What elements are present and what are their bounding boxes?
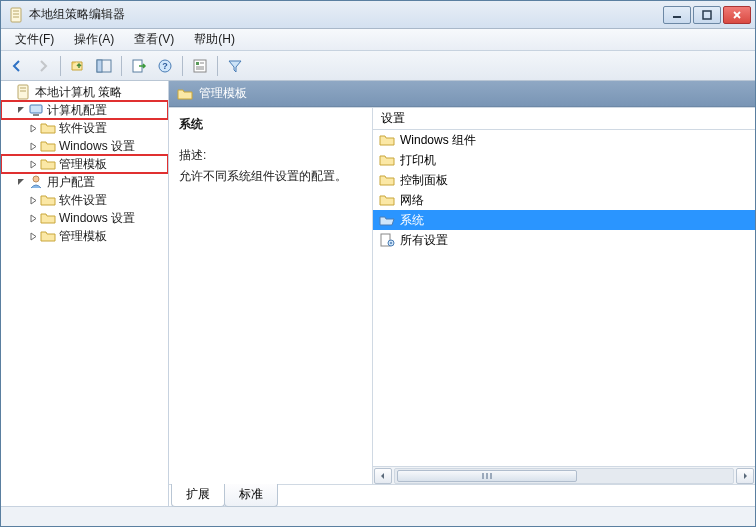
tree-user-config[interactable]: 用户配置 [1,173,168,191]
right-header: 管理模板 [169,81,755,107]
svg-rect-18 [18,85,28,99]
forward-button [31,54,55,78]
folder-icon [177,86,193,102]
svg-text:?: ? [162,61,168,71]
list-item[interactable]: 控制面板 [373,170,755,190]
description-text: 允许不同系统组件设置的配置。 [179,168,362,185]
expand-toggle[interactable] [27,140,39,152]
svg-rect-14 [196,62,199,65]
detail-left: 系统 描述: 允许不同系统组件设置的配置。 [169,108,373,484]
expand-toggle[interactable] [27,230,39,242]
scroll-left-button[interactable] [374,468,392,484]
back-button[interactable] [5,54,29,78]
folder-icon [40,210,56,226]
folder-icon [379,132,395,148]
list-item[interactable]: 系统 [373,210,755,230]
close-button[interactable] [723,6,751,24]
collapse-toggle[interactable] [15,104,27,116]
collapse-toggle[interactable] [15,176,27,188]
list-item-label: 打印机 [400,152,436,169]
folder-icon [40,156,56,172]
tree-user-software[interactable]: 软件设置 [1,191,168,209]
tree-label: 软件设置 [59,120,107,137]
app-icon [9,7,25,23]
policy-icon [16,84,32,100]
list-item-label: 网络 [400,192,424,209]
list-item-label: 系统 [400,212,424,229]
svg-rect-0 [11,8,21,22]
settings-icon [379,232,395,248]
folder-icon [40,138,56,154]
tree-label: 用户配置 [47,174,95,191]
horizontal-scrollbar[interactable] [373,466,755,484]
toolbar: ? [1,51,755,81]
main-area: 本地计算机 策略 计算机配置 软件设置 Windows 设置 [1,81,755,506]
export-list-button[interactable] [127,54,151,78]
titlebar: 本地组策略编辑器 [1,1,755,29]
scroll-thumb[interactable] [397,470,577,482]
tree-comp-windows[interactable]: Windows 设置 [1,137,168,155]
tree-label: 管理模板 [59,228,107,245]
computer-icon [28,102,44,118]
tree-user-windows[interactable]: Windows 设置 [1,209,168,227]
svg-rect-9 [97,60,102,72]
tree-pane[interactable]: 本地计算机 策略 计算机配置 软件设置 Windows 设置 [1,81,169,506]
statusbar [1,506,755,526]
menu-help[interactable]: 帮助(H) [184,29,245,50]
detail-right: 设置 Windows 组件 打印机 控制面板 [373,108,755,484]
list-item[interactable]: 所有设置 [373,230,755,250]
menu-action[interactable]: 操作(A) [64,29,124,50]
properties-button[interactable] [188,54,212,78]
svg-point-26 [390,242,392,244]
list-item[interactable]: 网络 [373,190,755,210]
svg-rect-13 [194,60,206,72]
list-item-label: 所有设置 [400,232,448,249]
menu-file[interactable]: 文件(F) [5,29,64,50]
expand-toggle[interactable] [27,158,39,170]
list-header-settings[interactable]: 设置 [373,108,755,130]
toolbar-separator [60,56,61,76]
list-item[interactable]: 打印机 [373,150,755,170]
tree-label: Windows 设置 [59,138,135,155]
toolbar-separator [182,56,183,76]
menu-view[interactable]: 查看(V) [124,29,184,50]
list-item[interactable]: Windows 组件 [373,130,755,150]
gpedit-window: 本地组策略编辑器 文件(F) 操作(A) 查看(V) 帮助(H) ? [0,0,756,527]
list-item-label: 控制面板 [400,172,448,189]
detail-columns: 系统 描述: 允许不同系统组件设置的配置。 设置 Windows 组件 打印机 [169,107,755,484]
tree-computer-config[interactable]: 计算机配置 [1,101,168,119]
svg-rect-21 [30,105,42,113]
expand-toggle[interactable] [27,122,39,134]
user-icon [28,174,44,190]
folder-icon [40,228,56,244]
folder-icon [379,172,395,188]
folder-icon [379,152,395,168]
filter-button[interactable] [223,54,247,78]
window-title: 本地组策略编辑器 [29,6,663,23]
list-item-label: Windows 组件 [400,132,476,149]
folder-open-icon [379,212,395,228]
up-button[interactable] [66,54,90,78]
expand-toggle[interactable] [27,194,39,206]
expand-toggle[interactable] [3,86,15,98]
expand-toggle[interactable] [27,212,39,224]
bottom-tabs: 扩展 标准 [169,484,755,506]
tab-extended[interactable]: 扩展 [171,484,225,507]
tree-label: 计算机配置 [47,102,107,119]
show-hide-tree-button[interactable] [92,54,116,78]
scroll-track[interactable] [394,468,734,484]
minimize-button[interactable] [663,6,691,24]
maximize-button[interactable] [693,6,721,24]
tree-comp-software[interactable]: 软件设置 [1,119,168,137]
scroll-right-button[interactable] [736,468,754,484]
tree-root[interactable]: 本地计算机 策略 [1,83,168,101]
right-header-title: 管理模板 [199,85,247,102]
list-body: Windows 组件 打印机 控制面板 网络 [373,130,755,466]
help-button[interactable]: ? [153,54,177,78]
tree-comp-templates[interactable]: 管理模板 [1,155,168,173]
svg-rect-5 [703,11,711,19]
folder-icon [379,192,395,208]
toolbar-separator [121,56,122,76]
tree-user-templates[interactable]: 管理模板 [1,227,168,245]
tab-standard[interactable]: 标准 [224,484,278,507]
